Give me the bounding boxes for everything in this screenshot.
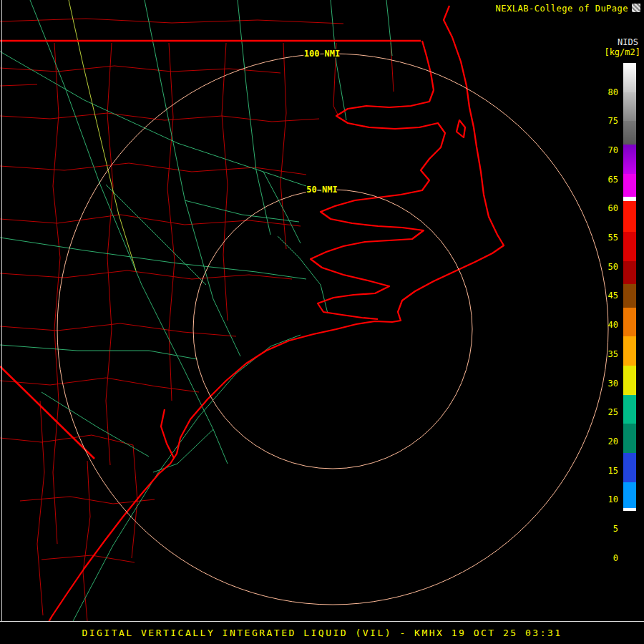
radar-map: 100 NMI 50 NMI xyxy=(0,0,644,622)
cod-logo-icon xyxy=(632,4,640,12)
brand-text: NEXLAB-College of DuPage xyxy=(496,4,628,14)
colorbar-segment xyxy=(623,284,636,308)
colorbar-tick-label: 25 xyxy=(587,406,618,418)
footer-separator-line xyxy=(0,621,644,622)
colorbar-tick-label: 60 xyxy=(587,203,618,214)
colorbar-tick-label: 75 xyxy=(587,115,618,127)
colorbar-segment xyxy=(623,63,636,92)
colorbar-tick-label: 45 xyxy=(587,290,618,301)
colorbar-ticks: 80757065605550454035302520151050 xyxy=(587,63,618,572)
units-label: [kg/m2] xyxy=(604,47,640,57)
colorbar-tick-label: 10 xyxy=(587,494,618,505)
roads-group xyxy=(0,0,392,621)
ring-label-100nmi: 100 NMI xyxy=(304,49,341,59)
colorbar-tick-label: 40 xyxy=(587,319,618,331)
colorbar-segment xyxy=(623,424,636,453)
colorbar-segment xyxy=(623,232,636,261)
product-title: DIGITAL VERTICALLY INTEGRATED LIQUID (VI… xyxy=(0,628,644,638)
colorbar-segment xyxy=(623,261,636,285)
colorbar-segment xyxy=(623,366,636,395)
county-lines-group xyxy=(0,19,394,621)
colorbar-segment xyxy=(623,511,636,572)
colorbar-tick-label: 65 xyxy=(587,174,618,185)
colorbar-segment xyxy=(623,336,636,366)
colorbar-tick-label: 35 xyxy=(587,348,618,360)
colorbar-segments xyxy=(623,63,636,572)
colorbar-tick-label: 70 xyxy=(587,145,618,156)
colorbar-segment xyxy=(623,174,636,197)
colorbar-tick-label: 15 xyxy=(587,465,618,477)
colorbar-segment xyxy=(623,482,636,509)
colorbar-segment xyxy=(623,121,636,145)
colorbar-tick-label: 20 xyxy=(587,436,618,447)
product-label: NIDS xyxy=(618,37,638,47)
colorbar-segment xyxy=(623,92,636,122)
colorbar-tick-label: 0 xyxy=(587,552,618,564)
colorbar-tick-label: 50 xyxy=(587,261,618,273)
colorbar-tick-label: 5 xyxy=(587,523,618,535)
colorbar-tick-label: 30 xyxy=(587,378,618,389)
colorbar-segment xyxy=(623,453,636,482)
colorbar-segment xyxy=(623,395,636,424)
colorbar-segment xyxy=(623,201,636,232)
colorbar-segment xyxy=(623,145,636,174)
coastline-group xyxy=(44,6,504,622)
colorbar-tick-label: 55 xyxy=(587,232,618,243)
ring-label-50nmi: 50 NMI xyxy=(306,185,337,195)
colorbar-segment xyxy=(623,308,636,337)
colorbar-tick-label: 80 xyxy=(587,87,618,98)
left-border-line xyxy=(1,0,2,621)
